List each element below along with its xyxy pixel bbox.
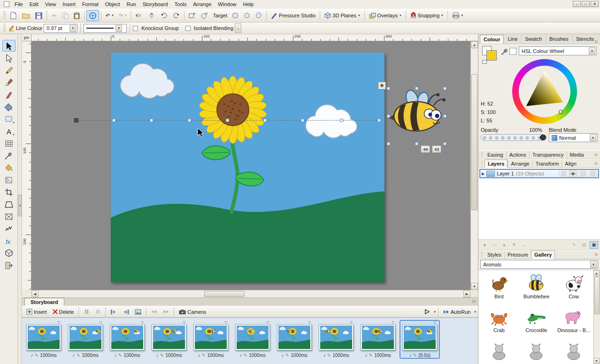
- motion-path-keyframe-handle[interactable]: [377, 119, 381, 122]
- insert-before-button[interactable]: [108, 306, 119, 318]
- menu-insert[interactable]: Insert: [59, 0, 79, 8]
- tab-arrange[interactable]: Arrange: [508, 160, 532, 167]
- menu-view[interactable]: View: [42, 0, 60, 8]
- frame-thumbnail[interactable]: [193, 324, 228, 350]
- pencil-tool[interactable]: [2, 64, 15, 76]
- maximize-button[interactable]: □: [582, 1, 590, 7]
- node-edit-tool[interactable]: [2, 52, 15, 64]
- tab-stencils[interactable]: Stencils: [572, 34, 598, 44]
- menu-help[interactable]: Help: [239, 0, 257, 8]
- storyboard-frame-10[interactable]: ▽♪✎(9.0s): [400, 320, 440, 359]
- undo-dropdown-arrow[interactable]: ▾: [112, 14, 114, 17]
- minimize-button[interactable]: –: [573, 1, 581, 7]
- layer-row[interactable]: ▶ Layer 1 (10 Objects): [479, 169, 599, 178]
- frame-audio-icon[interactable]: ♪: [409, 352, 412, 358]
- storyboard-frame-8[interactable]: ▽♪✎1000ms: [316, 320, 356, 359]
- motion-path-keyframe-handle[interactable]: [263, 119, 267, 122]
- frame-thumbnail[interactable]: [361, 324, 395, 350]
- eyedropper-icon[interactable]: [501, 48, 508, 56]
- colour-picker-tool[interactable]: [2, 150, 15, 161]
- frame-audio-icon[interactable]: ♪: [114, 352, 117, 358]
- selection-handle[interactable]: [415, 87, 418, 90]
- motion-path-keyframe-handle[interactable]: [74, 118, 78, 122]
- frame-menu-arrow[interactable]: ▽: [434, 321, 436, 324]
- effects-tool[interactable]: fx: [2, 235, 15, 247]
- target-circle-button[interactable]: [241, 10, 253, 21]
- frame-menu-arrow[interactable]: ▽: [267, 321, 269, 324]
- tab-row-expand-icon[interactable]: ▷: [595, 161, 598, 166]
- frame-effects-icon[interactable]: ✎: [202, 353, 206, 358]
- gallery-item-crocodile[interactable]: Crocodile: [518, 306, 555, 340]
- tab-row-expand-icon[interactable]: ▷: [595, 252, 598, 257]
- fill-colour-swatch[interactable]: [486, 50, 497, 61]
- pen-tool[interactable]: [2, 89, 15, 100]
- flip-vertical-button[interactable]: [146, 10, 158, 21]
- edit-all-layers-button[interactable]: ✎: [570, 241, 578, 249]
- no-colour-swatch[interactable]: [509, 48, 516, 55]
- toolbar-grip[interactable]: [3, 11, 6, 20]
- tab-brushes[interactable]: Brushes: [546, 34, 572, 44]
- cut-button[interactable]: ✂: [49, 10, 59, 21]
- envelope-tool[interactable]: [2, 211, 15, 222]
- vertical-ruler[interactable]: 0100200: [22, 41, 31, 290]
- motion-path-keyframe-handle[interactable]: [188, 119, 191, 122]
- frame-effects-icon[interactable]: ✎: [413, 353, 417, 358]
- opacity-slider-handle[interactable]: [540, 135, 546, 140]
- layer-edit-button[interactable]: [579, 170, 587, 177]
- frame-menu-arrow[interactable]: ▽: [141, 321, 144, 324]
- transform-origin-icon[interactable]: ✥: [378, 82, 386, 90]
- frame-thumbnail[interactable]: [319, 324, 354, 350]
- scroll-right-arrow[interactable]: ▶: [463, 290, 470, 297]
- pointer-tool[interactable]: [2, 40, 15, 52]
- storyboard-frame-9[interactable]: ▽♪✎1000ms: [358, 320, 398, 359]
- tab-row-expand-icon[interactable]: ▷: [595, 39, 598, 44]
- menu-arrange[interactable]: Arrange: [190, 0, 215, 8]
- fill-tool[interactable]: [2, 162, 15, 174]
- motion-path-keyframe-handle[interactable]: [340, 119, 343, 122]
- fill-on-tool[interactable]: [2, 101, 15, 113]
- play-button[interactable]: [422, 306, 432, 318]
- frame-audio-icon[interactable]: ♪: [72, 352, 75, 358]
- selection-handle[interactable]: [387, 87, 390, 90]
- transparency-tool[interactable]: [2, 174, 15, 186]
- gallery-item[interactable]: [518, 340, 555, 364]
- selection-handle[interactable]: [415, 142, 418, 145]
- pause-after-button[interactable]: [92, 306, 103, 318]
- flip-horizontal-button[interactable]: [133, 10, 145, 21]
- redo-dropdown-arrow[interactable]: ▾: [125, 14, 127, 17]
- insert-frame-button[interactable]: Insert: [24, 306, 49, 318]
- new-document-button[interactable]: [8, 10, 19, 21]
- selection-handle[interactable]: [443, 87, 446, 90]
- storyboard-frame-6[interactable]: ▽♪✎1000ms: [232, 320, 273, 359]
- saturation-lightness-triangle[interactable]: [519, 66, 570, 117]
- frame-thumbnail[interactable]: [402, 324, 437, 350]
- tab-transparency[interactable]: Transparency: [529, 151, 567, 159]
- frame-menu-arrow[interactable]: ▽: [225, 321, 227, 324]
- move-layer-down-button[interactable]: ▼: [510, 241, 518, 249]
- quick-shape-convert-button[interactable]: [199, 10, 210, 21]
- layer-expand-arrow[interactable]: ▶: [482, 172, 485, 176]
- play-options-arrow[interactable]: ▾: [434, 310, 436, 314]
- gallery-item-bumblebee[interactable]: Bumblebee: [518, 272, 555, 306]
- convert-to-curves-button[interactable]: [186, 10, 198, 21]
- storyboard-frame-3[interactable]: ▽♪✎1000ms: [107, 320, 147, 359]
- close-button[interactable]: ✕: [591, 1, 599, 7]
- menu-window[interactable]: Window: [215, 0, 239, 8]
- frame-audio-icon[interactable]: ♪: [198, 352, 200, 358]
- frame-menu-arrow[interactable]: ▽: [392, 321, 394, 324]
- canvas-viewport[interactable]: ✥: [31, 41, 470, 290]
- frame-audio-icon[interactable]: ♪: [365, 352, 368, 358]
- collapse-tools-handle[interactable]: ◂: [18, 195, 22, 216]
- tab-row-expand-icon[interactable]: ▷: [595, 152, 598, 157]
- frame-audio-icon[interactable]: ♪: [156, 352, 159, 358]
- gallery-item-bird[interactable]: Bird: [480, 272, 518, 306]
- horizontal-scrollbar[interactable]: ◀ ▶: [31, 290, 470, 297]
- scroll-up-arrow[interactable]: ▲: [471, 41, 478, 48]
- frame-menu-arrow[interactable]: ▽: [183, 321, 185, 324]
- tab-styles[interactable]: Styles: [485, 251, 504, 258]
- delete-frame-button[interactable]: Delete: [50, 306, 77, 318]
- frame-audio-icon[interactable]: ♪: [31, 352, 33, 358]
- menu-edit[interactable]: Edit: [26, 0, 42, 8]
- tab-actions[interactable]: Actions: [506, 151, 529, 159]
- document-page[interactable]: [111, 53, 385, 282]
